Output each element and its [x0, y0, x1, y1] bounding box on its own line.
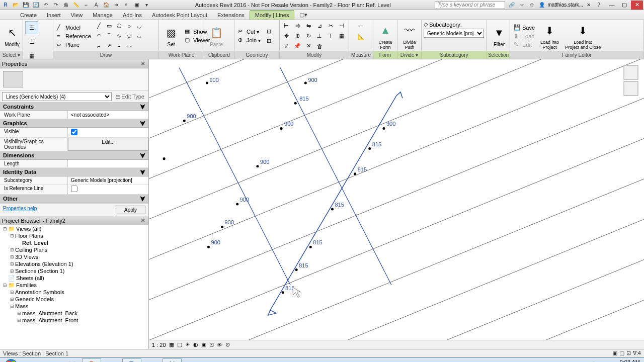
crop-region-icon[interactable]: ⊡: [209, 341, 214, 348]
properties-close-icon[interactable]: ✕: [139, 60, 146, 67]
detail-level-icon[interactable]: ▦: [169, 341, 174, 348]
arc-tool-3[interactable]: ⌒: [105, 32, 114, 41]
open-icon[interactable]: 📂: [11, 1, 20, 9]
move-tool[interactable]: ✥: [282, 32, 291, 41]
set-workplane-button[interactable]: ▨ Set: [161, 24, 181, 48]
tree-sections[interactable]: ⊞Sections (Section 1): [0, 267, 148, 275]
task-revit-icon[interactable]: R: [122, 358, 141, 363]
system-clock[interactable]: 9:03 AM 12/2/2015: [615, 359, 640, 363]
section-icon[interactable]: ➜: [112, 1, 121, 9]
tree-ceiling-plans[interactable]: ⊞Ceiling Plans: [0, 246, 148, 253]
mirror-draw-tool[interactable]: ⊿: [315, 22, 324, 31]
offset-tool[interactable]: ⇉: [293, 22, 302, 31]
editable-only-icon[interactable]: ▢: [619, 350, 624, 356]
view-scale[interactable]: 1 : 20: [152, 342, 166, 348]
task-powerpoint-icon[interactable]: P: [82, 358, 101, 363]
section-dimensions[interactable]: Dimensions⮟: [0, 151, 148, 160]
save-family-button[interactable]: 💾Save: [512, 24, 536, 32]
align-tool[interactable]: ⊢: [282, 22, 291, 31]
tree-ref-level[interactable]: Ref. Level: [0, 239, 148, 246]
point-tool[interactable]: •: [115, 42, 124, 51]
text-icon[interactable]: A: [92, 1, 101, 9]
pin-tool[interactable]: 📌: [293, 42, 302, 51]
3d-icon[interactable]: 🏠: [102, 1, 111, 9]
shadows-icon[interactable]: ◐: [193, 341, 198, 348]
is-ref-checkbox[interactable]: [71, 186, 77, 192]
mirror-tool[interactable]: ⇋: [304, 22, 313, 31]
rect-tool[interactable]: ▭: [105, 22, 114, 31]
extend-tool[interactable]: ⊤: [326, 32, 335, 41]
tree-mass-back[interactable]: ⊞mass_Abutment_Back: [0, 310, 148, 317]
drawing-canvas[interactable]: 900900 815 900900900 815 900815 900815 9…: [149, 59, 644, 349]
tree-families[interactable]: ⊟📁Families: [0, 282, 148, 289]
tree-floor-plans[interactable]: ⊟Floor Plans: [0, 232, 148, 239]
load-into-project-button[interactable]: ⬇ Load into Project: [538, 22, 561, 51]
close-views-icon[interactable]: ▣: [132, 1, 141, 9]
visual-style-icon[interactable]: ▢: [177, 341, 182, 348]
create-form-button[interactable]: ▲ Create Form: [375, 22, 395, 51]
polygon-tool[interactable]: ⬠: [115, 22, 124, 31]
close-button[interactable]: ✕: [631, 1, 643, 10]
array-tool[interactable]: ▦: [337, 32, 346, 41]
draw-model-button[interactable]: ╱Model: [55, 24, 93, 32]
revit-app-button[interactable]: R: [1, 1, 10, 9]
section-constraints[interactable]: Constraints⮟: [0, 103, 148, 111]
tab-create[interactable]: Create: [15, 11, 42, 20]
tree-generic-models[interactable]: ⊞Generic Models: [0, 296, 148, 303]
panel-label-form[interactable]: Form: [373, 51, 397, 59]
selection-count-icon[interactable]: ∇:4: [633, 350, 641, 356]
join-button[interactable]: ⊕Join ▾: [236, 36, 262, 44]
section-graphics[interactable]: Graphics⮟: [0, 119, 148, 128]
task-spotify-icon[interactable]: ◉: [102, 358, 121, 363]
temp-hide-icon[interactable]: 👁: [217, 342, 222, 348]
selection-filter-icon[interactable]: ▣: [612, 350, 617, 356]
fillet-tool[interactable]: ⌐: [95, 42, 104, 51]
properties-icon[interactable]: ☰: [25, 21, 38, 34]
cope-icon[interactable]: ⊡: [264, 27, 273, 36]
user-icon[interactable]: 👤: [537, 1, 546, 9]
minimize-button[interactable]: —: [606, 1, 618, 10]
task-outlook-icon[interactable]: ✉: [22, 358, 41, 363]
pick-lines-tool[interactable]: ↗: [105, 42, 114, 51]
start-button[interactable]: [1, 358, 21, 363]
background-processes-icon[interactable]: ⊡: [626, 350, 631, 356]
thin-lines-icon[interactable]: ≡: [122, 1, 131, 9]
tree-elevations[interactable]: ⊞Elevations (Elevation 1): [0, 260, 148, 267]
undo-icon[interactable]: ↶: [41, 1, 50, 9]
divide-path-button[interactable]: 〰 Divide Path: [399, 22, 420, 51]
vgo-edit-button[interactable]: Edit...: [68, 138, 148, 151]
unpin-tool[interactable]: ✕: [304, 42, 313, 51]
spline-through-tool[interactable]: 〰: [125, 42, 134, 51]
tab-manage[interactable]: Manage: [88, 11, 118, 20]
tree-sheets[interactable]: 📄Sheets (all): [0, 275, 148, 282]
exchange-icon[interactable]: ☆: [517, 1, 526, 9]
tab-modify-lines[interactable]: Modify | Lines: [250, 10, 295, 20]
navigation-bar[interactable]: [623, 64, 639, 105]
task-excel-icon[interactable]: X: [163, 358, 182, 363]
reveal-hidden-icon[interactable]: ⊙: [225, 341, 230, 348]
partial-ellipse-tool[interactable]: ⌓: [135, 32, 144, 41]
arc-tool-2[interactable]: ◠: [95, 32, 104, 41]
help-icon[interactable]: ?: [594, 1, 603, 9]
scale-tool[interactable]: ⤢: [282, 42, 291, 51]
dimension-icon[interactable]: ↔: [82, 1, 91, 9]
draw-reference-button[interactable]: ┅Reference: [55, 32, 93, 40]
subcategory-select[interactable]: Generic Models [proj...: [424, 29, 484, 38]
delete-tool[interactable]: 🗑: [315, 42, 324, 51]
task-chrome-icon[interactable]: ◉: [42, 358, 61, 363]
paste-button[interactable]: 📋 Paste: [206, 24, 226, 48]
rotate-tool[interactable]: ↻: [304, 32, 313, 41]
task-misc-icon[interactable]: ▢: [183, 358, 202, 363]
measure-icon[interactable]: 📏: [71, 1, 80, 9]
line-tool[interactable]: ╱: [95, 22, 104, 31]
type-selector[interactable]: Lines (Generic Models) (4): [2, 92, 112, 101]
maximize-button[interactable]: ▢: [618, 1, 630, 10]
save-icon[interactable]: 💾: [21, 1, 30, 9]
aligned-dim-tool[interactable]: ↔: [351, 21, 371, 30]
tab-point-layout[interactable]: Autodesk Point Layout: [147, 11, 212, 20]
edit-family-button[interactable]: ✎Edit: [512, 41, 536, 49]
sun-path-icon[interactable]: ☀: [185, 341, 190, 348]
sync-icon[interactable]: 🔄: [31, 1, 40, 9]
tab-view[interactable]: View: [66, 11, 88, 20]
tab-extra[interactable]: ▢▾: [294, 10, 312, 20]
